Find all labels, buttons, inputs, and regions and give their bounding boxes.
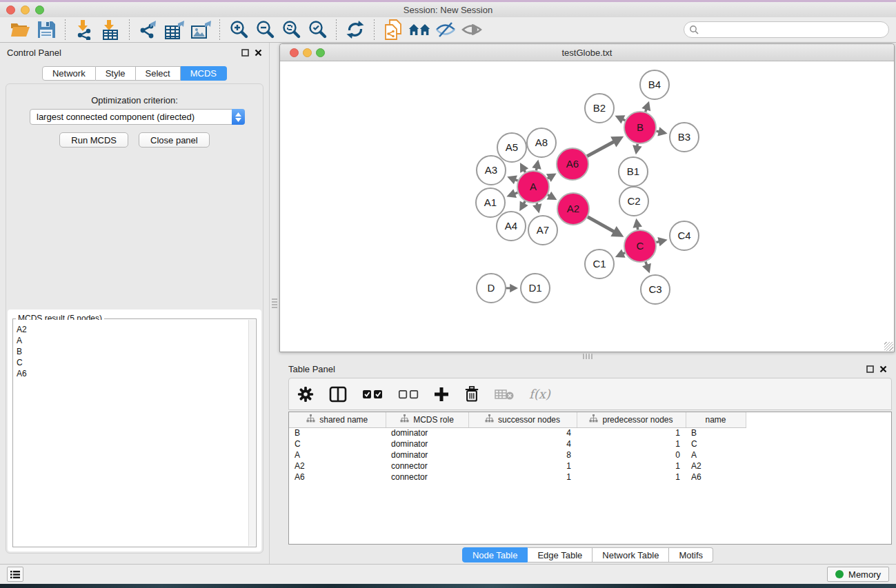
node-table[interactable]: shared nameMCDS rolesuccessor nodesprede… (288, 412, 892, 545)
duplicate-network-icon[interactable] (382, 19, 404, 40)
table-cell: 0 (577, 449, 686, 460)
table-panel: Table Panel (279, 360, 896, 564)
tab-mcds[interactable]: MCDS (181, 66, 227, 81)
graph-node-label: C3 (648, 283, 661, 295)
tab-network-table[interactable]: Network Table (593, 547, 669, 562)
column-header-predecessor-nodes[interactable]: predecessor nodes (577, 412, 686, 427)
tab-edge-table[interactable]: Edge Table (528, 547, 593, 562)
open-file-icon[interactable] (9, 19, 31, 40)
result-list-item[interactable]: A6 (17, 368, 246, 379)
column-header-successor-nodes[interactable]: successor nodes (468, 412, 577, 427)
close-panel-icon[interactable] (254, 48, 262, 57)
table-cell: C (686, 438, 746, 449)
column-label: shared name (319, 415, 368, 425)
memory-button[interactable]: Memory (827, 567, 889, 582)
tab-select[interactable]: Select (136, 66, 181, 81)
table-cell: A2 (686, 460, 746, 472)
graph-edge-arrow (532, 160, 541, 170)
graph-node-label: B3 (678, 131, 690, 143)
select-all-columns-icon[interactable] (362, 389, 383, 400)
tab-style[interactable]: Style (96, 66, 136, 81)
graph-node-label: A7 (537, 224, 549, 236)
result-list-item[interactable]: A (17, 335, 246, 346)
graph-node-label: A1 (484, 196, 497, 208)
zoom-in-icon[interactable] (228, 19, 250, 40)
graph-node-label: D (488, 282, 495, 294)
tab-motifs[interactable]: Motifs (669, 547, 713, 562)
table-cell: dominator (386, 427, 468, 438)
import-network-icon[interactable] (73, 19, 95, 40)
graph-node-label: B4 (648, 79, 661, 90)
export-network-icon[interactable] (137, 19, 159, 40)
search-input[interactable] (684, 21, 889, 38)
network-view-window: testGlobe.txt AA1A2A3A4A5A6A7A8BB1B2B3B4… (279, 43, 895, 352)
zoom-out-icon[interactable] (254, 19, 276, 40)
graph-node-label: B1 (627, 165, 639, 177)
result-list-item[interactable]: A2 (17, 324, 246, 335)
toolbar-separator (219, 19, 220, 40)
refresh-view-icon[interactable] (344, 19, 366, 40)
node-attribute-icon (306, 414, 315, 425)
table-panel-title: Table Panel (288, 364, 335, 374)
tab-network[interactable]: Network (42, 66, 96, 81)
network-graph[interactable]: AA1A2A3A4A5A6A7A8BB1B2B3B4CC1C2C3C4DD1 (280, 61, 894, 352)
float-table-panel-icon[interactable] (866, 365, 874, 373)
result-list-scrollbar[interactable] (248, 320, 255, 546)
show-columns-icon[interactable] (329, 386, 347, 403)
network-window-titlebar[interactable]: testGlobe.txt (280, 44, 894, 61)
zoom-selected-icon[interactable] (306, 19, 328, 40)
graph-edge-A2-C[interactable] (588, 217, 615, 232)
import-table-icon[interactable] (99, 19, 121, 40)
zoom-fit-icon[interactable] (280, 19, 302, 40)
column-header-name[interactable]: name (686, 412, 746, 427)
export-image-icon[interactable] (190, 19, 212, 40)
hide-details-icon[interactable] (435, 19, 457, 40)
mcds-result-card: MCDS result (5 nodes) A2ABCA6 (8, 310, 261, 551)
network-canvas[interactable]: AA1A2A3A4A5A6A7A8BB1B2B3B4CC1C2C3C4DD1 (280, 61, 894, 352)
resize-grip-icon[interactable] (884, 342, 893, 351)
app-title: Session: New Session (0, 5, 896, 15)
delete-columns-icon[interactable] (464, 385, 479, 403)
table-row[interactable]: A6connector11A6 (289, 472, 746, 483)
table-settings-icon[interactable] (297, 386, 314, 403)
toolbar-separator (336, 19, 337, 40)
control-panel-title: Control Panel (7, 48, 61, 58)
export-table-icon[interactable] (163, 19, 186, 40)
close-panel-button[interactable]: Close panel (139, 132, 210, 148)
tab-node-table[interactable]: Node Table (462, 547, 528, 562)
graph-node-label: D1 (528, 282, 541, 294)
show-details-icon[interactable] (461, 19, 483, 40)
run-mcds-button[interactable]: Run MCDS (59, 132, 128, 148)
function-builder-icon[interactable]: f(x) (529, 387, 550, 401)
graph-edge-A6-B[interactable] (587, 141, 615, 156)
result-list-item[interactable]: C (17, 357, 246, 368)
table-row[interactable]: Cdominator41C (289, 438, 746, 449)
unselect-all-columns-icon[interactable] (398, 389, 419, 400)
table-row[interactable]: A2connector11A2 (289, 460, 746, 472)
table-cell: dominator (386, 438, 468, 449)
delete-table-icon[interactable] (495, 388, 514, 401)
horizontal-split-handle[interactable] (583, 354, 593, 359)
main-toolbar (0, 17, 896, 43)
home-layout-icon[interactable] (408, 19, 430, 40)
float-panel-icon[interactable] (241, 48, 249, 57)
search-field-wrap (684, 21, 889, 38)
graph-node-label: A8 (535, 136, 548, 148)
desktop-wallpaper (0, 584, 896, 588)
column-header-mcds-role[interactable]: MCDS role (386, 412, 468, 427)
criterion-dropdown[interactable]: largest connected component (directed) (30, 109, 245, 125)
vertical-split-handle[interactable] (272, 298, 277, 308)
toolbar-separator (129, 19, 130, 40)
save-session-icon[interactable] (35, 19, 57, 40)
add-column-icon[interactable] (434, 387, 449, 402)
task-history-button[interactable] (7, 567, 23, 582)
column-label: name (705, 415, 726, 425)
column-header-shared-name[interactable]: shared name (289, 412, 386, 427)
toolbar-separator (65, 19, 66, 40)
table-row[interactable]: Bdominator41B (289, 427, 746, 438)
result-list-item[interactable]: B (17, 346, 246, 357)
mcds-result-list[interactable]: A2ABCA6 (14, 320, 248, 546)
close-table-panel-icon[interactable] (879, 365, 887, 373)
table-cell: C (289, 438, 386, 449)
table-row[interactable]: Adominator80A (289, 449, 746, 460)
